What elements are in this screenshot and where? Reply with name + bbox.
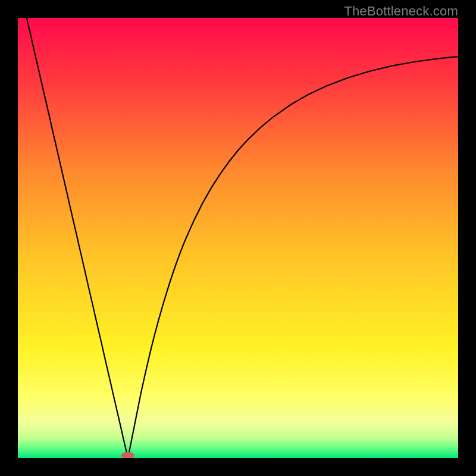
watermark-text: TheBottleneck.com	[344, 4, 458, 19]
bottleneck-chart	[18, 18, 458, 458]
chart-frame	[18, 18, 458, 458]
chart-background	[18, 18, 458, 458]
